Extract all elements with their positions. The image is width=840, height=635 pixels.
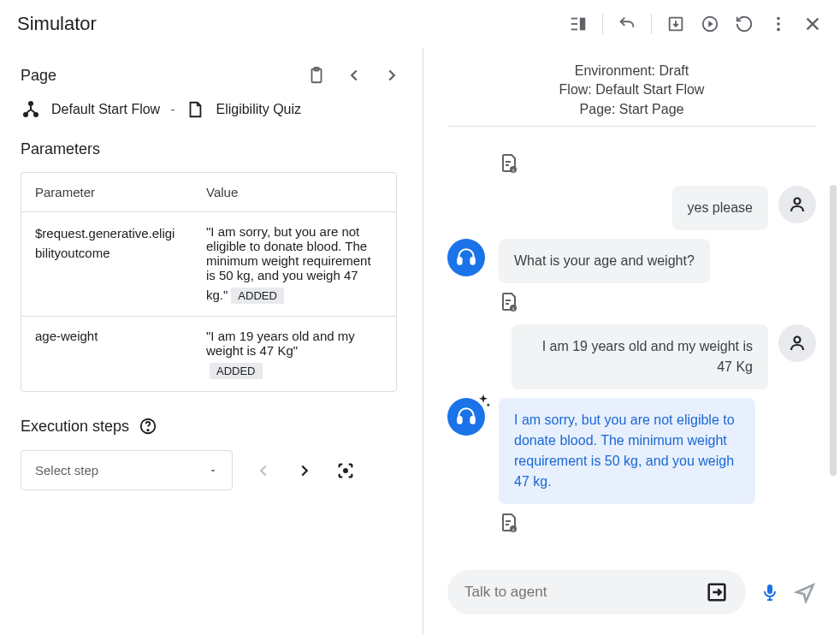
step-prev-icon[interactable] bbox=[253, 460, 274, 481]
agent-avatar-sparkle-icon bbox=[447, 398, 485, 436]
param-value: "I am 19 years old and my weight is 47 K… bbox=[192, 317, 396, 391]
left-panel: Page Default Start Flow - bbox=[0, 48, 423, 635]
col-header-parameter: Parameter bbox=[21, 173, 192, 211]
environment-info: Environment: Draft Flow: Default Start F… bbox=[423, 48, 840, 126]
svg-rect-21 bbox=[470, 258, 474, 264]
transcript-icon-row: i bbox=[447, 153, 816, 174]
col-header-value: Value bbox=[192, 173, 396, 211]
breadcrumb-flow[interactable]: Default Start Flow bbox=[51, 102, 160, 117]
divider bbox=[602, 14, 603, 34]
undo-icon[interactable] bbox=[617, 14, 637, 34]
svg-rect-1 bbox=[571, 23, 577, 25]
env-environment: Environment: Draft bbox=[423, 62, 840, 80]
breadcrumb-page[interactable]: Eligibility Quiz bbox=[216, 102, 301, 117]
focus-icon[interactable] bbox=[335, 460, 356, 481]
chat-container[interactable]: i yes please What is your age and weight… bbox=[423, 126, 840, 556]
clipboard-icon[interactable] bbox=[306, 65, 327, 86]
svg-point-24 bbox=[795, 337, 801, 343]
more-icon[interactable] bbox=[768, 14, 789, 34]
chevron-right-icon[interactable] bbox=[382, 65, 402, 86]
topbar: Simulator bbox=[0, 0, 840, 48]
step-next-icon[interactable] bbox=[294, 460, 315, 481]
user-bubble: I am 19 years old and my weight is 47 Kg bbox=[512, 324, 768, 389]
svg-point-11 bbox=[28, 101, 33, 106]
submit-inline-icon[interactable] bbox=[705, 580, 729, 604]
table-row: age-weight "I am 19 years old and my wei… bbox=[21, 317, 396, 391]
table-row: $request.generative.eligibilityoutcome "… bbox=[21, 212, 396, 317]
dropdown-arrow-icon bbox=[208, 466, 218, 476]
execution-steps-title: Execution steps bbox=[21, 418, 129, 436]
breadcrumb: Default Start Flow - Eligibility Quiz bbox=[21, 99, 402, 120]
parameters-table: Parameter Value $request.generative.elig… bbox=[21, 172, 397, 392]
agent-highlight-bubble: I am sorry, but you are not eligible to … bbox=[499, 398, 755, 504]
added-badge: ADDED bbox=[210, 363, 263, 379]
user-bubble: yes please bbox=[672, 186, 769, 230]
flow-icon bbox=[21, 99, 41, 120]
sparkle-icon bbox=[475, 393, 492, 410]
user-avatar-icon bbox=[778, 186, 816, 223]
parameters-title: Parameters bbox=[21, 140, 402, 158]
chat-input-container[interactable] bbox=[447, 570, 746, 614]
chevron-left-icon[interactable] bbox=[344, 65, 364, 86]
select-step-dropdown[interactable]: Select step bbox=[21, 450, 233, 490]
svg-rect-20 bbox=[458, 258, 461, 264]
table-header-row: Parameter Value bbox=[21, 173, 396, 212]
mic-icon[interactable] bbox=[760, 582, 780, 602]
agent-bubble: What is your age and weight? bbox=[499, 239, 710, 283]
svg-rect-3 bbox=[580, 18, 585, 31]
svg-point-6 bbox=[777, 17, 780, 21]
transcript-icon[interactable]: i bbox=[499, 153, 519, 174]
svg-point-8 bbox=[777, 28, 780, 32]
svg-rect-0 bbox=[571, 18, 577, 20]
added-badge: ADDED bbox=[231, 288, 284, 304]
close-icon[interactable] bbox=[802, 14, 823, 34]
save-icon[interactable] bbox=[665, 14, 686, 34]
svg-point-7 bbox=[777, 22, 780, 26]
send-icon[interactable] bbox=[794, 581, 816, 603]
panel-toggle-icon[interactable] bbox=[568, 14, 589, 34]
message-agent: What is your age and weight? bbox=[447, 239, 816, 283]
svg-rect-26 bbox=[470, 417, 474, 424]
transcript-icon-row: i bbox=[447, 513, 816, 533]
help-icon[interactable] bbox=[138, 416, 158, 436]
svg-point-16 bbox=[344, 469, 347, 472]
page-section-title: Page bbox=[21, 67, 56, 85]
svg-point-15 bbox=[147, 430, 148, 430]
scrollbar[interactable] bbox=[830, 185, 837, 476]
svg-point-19 bbox=[795, 199, 801, 205]
svg-rect-2 bbox=[571, 29, 577, 31]
message-user: yes please bbox=[447, 186, 816, 230]
breadcrumb-separator: - bbox=[170, 102, 175, 117]
topbar-actions bbox=[568, 14, 823, 34]
message-agent-highlight: I am sorry, but you are not eligible to … bbox=[447, 398, 816, 504]
reset-icon[interactable] bbox=[734, 14, 754, 34]
input-bar bbox=[423, 556, 840, 635]
env-page: Page: Start Page bbox=[423, 100, 840, 119]
param-key: age-weight bbox=[21, 317, 192, 391]
agent-avatar-icon bbox=[447, 239, 485, 276]
param-value: "I am sorry, but you are not eligible to… bbox=[192, 212, 396, 316]
svg-rect-30 bbox=[767, 585, 772, 594]
transcript-icon[interactable]: i bbox=[499, 513, 519, 533]
user-avatar-icon bbox=[778, 324, 816, 362]
transcript-icon[interactable]: i bbox=[499, 292, 519, 312]
env-flow: Flow: Default Start Flow bbox=[423, 80, 840, 99]
chat-input[interactable] bbox=[464, 584, 705, 601]
page-icon bbox=[185, 99, 205, 120]
chat-cutoff bbox=[447, 126, 816, 143]
transcript-icon-row: i bbox=[447, 292, 816, 312]
message-user: I am 19 years old and my weight is 47 Kg bbox=[447, 324, 816, 389]
right-panel: Environment: Draft Flow: Default Start F… bbox=[423, 48, 840, 635]
svg-rect-25 bbox=[458, 417, 461, 424]
app-title: Simulator bbox=[17, 13, 97, 35]
select-placeholder: Select step bbox=[35, 463, 98, 478]
param-key: $request.generative.eligibilityoutcome bbox=[21, 212, 192, 316]
play-icon[interactable] bbox=[700, 14, 720, 34]
divider bbox=[651, 14, 652, 34]
